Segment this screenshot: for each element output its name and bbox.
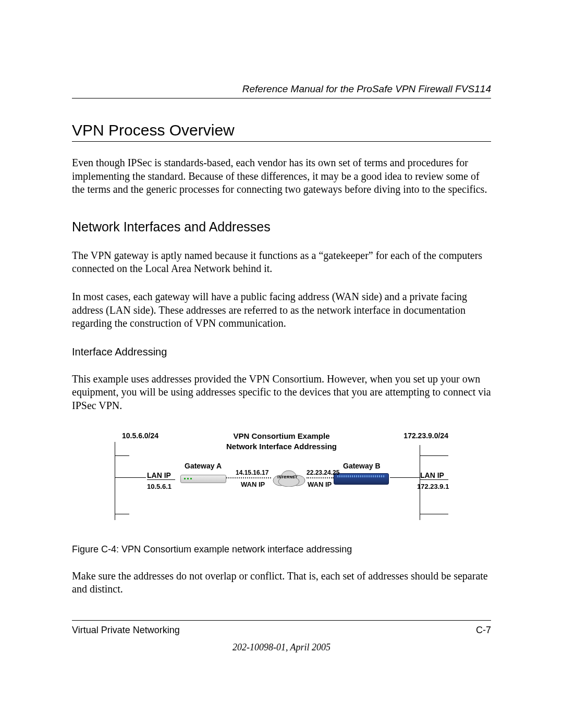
section-title: VPN Process Overview (72, 121, 491, 142)
subsection-p2: In most cases, each gateway will have a … (72, 290, 491, 330)
lan-ip-value-a: 10.5.6.1 (147, 483, 172, 490)
lan-ip-label-a: LAN IP (147, 471, 175, 480)
gateway-b-label: Gateway B (343, 462, 381, 470)
right-tick-2 (420, 514, 448, 514)
wan-ip-label-a: WAN IP (241, 480, 265, 488)
header-rule (72, 98, 491, 98)
gateway-b-icon (334, 473, 389, 485)
network-diagram: 10.5.6.0/24 VPN Consortium Example Netwo… (115, 431, 448, 525)
footer-row: Virtual Private Networking C-7 (72, 625, 491, 636)
after-figure-paragraph: Make sure the addresses do not overlap o… (72, 570, 491, 596)
wan-ip-value-a: 14.15.16.17 (236, 469, 268, 476)
subsection-title: Network Interfaces and Addresses (72, 219, 491, 235)
footer-doc-id: 202-10098-01, April 2005 (72, 642, 491, 653)
right-tick-1 (420, 455, 448, 456)
page: Reference Manual for the ProSafe VPN Fir… (0, 0, 563, 728)
figure-caption: Figure C-4: VPN Consortium example netwo… (72, 544, 491, 555)
footer-rule (72, 620, 491, 621)
left-tick-1 (115, 455, 129, 456)
lan-ip-label-b: LAN IP (420, 471, 448, 480)
intro-paragraph: Even though IPSec is standards-based, ea… (72, 156, 491, 196)
running-header: Reference Manual for the ProSafe VPN Fir… (72, 83, 491, 95)
diagram-subtitle: Network Interface Addressing (115, 442, 448, 451)
internet-label: INTERNET (277, 475, 298, 479)
right-bus-spur (390, 477, 420, 478)
wan-ip-label-b: WAN IP (308, 480, 332, 488)
right-network-label: 172.23.9.0/24 (403, 431, 448, 440)
lan-ip-value-b: 172.23.9.1 (417, 483, 448, 490)
diagram-title: VPN Consortium Example (115, 431, 448, 440)
vpn-link-a (226, 477, 271, 478)
subsection-p1: The VPN gateway is aptly named because i… (72, 249, 491, 276)
wan-ip-value-b: 22.23.24.25 (307, 469, 339, 476)
footer-page-number: C-7 (476, 625, 491, 636)
footer-section: Virtual Private Networking (72, 625, 180, 636)
vpn-link-b (307, 477, 334, 478)
left-tick-2 (115, 514, 129, 514)
subsub-title: Interface Addressing (72, 346, 491, 358)
left-bus-spur (115, 477, 146, 478)
left-bus-line (115, 442, 115, 520)
gateway-a-label: Gateway A (185, 462, 222, 470)
subsub-p1: This example uses addresses provided the… (72, 373, 491, 413)
gateway-a-icon (180, 475, 226, 483)
